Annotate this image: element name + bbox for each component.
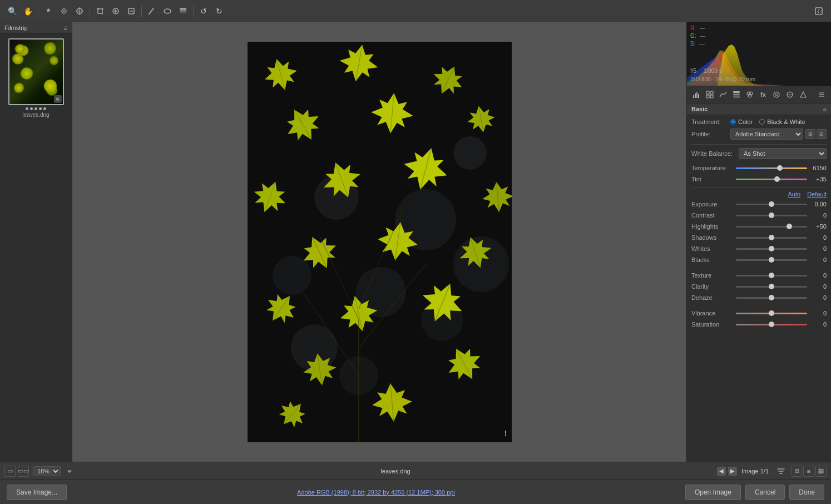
vibrance-thumb[interactable] <box>769 310 774 316</box>
next-image-button[interactable]: ▶ <box>728 467 737 476</box>
dehaze-value[interactable]: 0 <box>807 294 827 301</box>
remove-tool[interactable] <box>123 3 139 19</box>
targeted-tool[interactable] <box>72 3 87 19</box>
highlights-value[interactable]: +50 <box>807 223 827 230</box>
profile-expand-icon[interactable]: ⊟ <box>817 129 827 139</box>
panel-icon-detail[interactable] <box>770 88 783 101</box>
profile-select[interactable]: Adobe Standard <box>730 129 803 140</box>
film-thumbnail[interactable]: ⊕ <box>8 38 64 105</box>
radial-tool[interactable] <box>160 3 175 19</box>
clarity-thumb[interactable] <box>769 284 774 289</box>
image-area: ! <box>72 22 686 462</box>
exposure-track[interactable] <box>736 204 807 205</box>
brush-tool[interactable] <box>144 3 160 19</box>
tint-value[interactable]: +35 <box>807 176 827 182</box>
bw-radio[interactable] <box>759 119 765 125</box>
default-button[interactable]: Default <box>807 191 827 197</box>
main-image[interactable]: ! <box>248 42 512 442</box>
blacks-track[interactable] <box>736 259 807 261</box>
white-balance-tool[interactable] <box>41 3 56 19</box>
panel-icon-grid[interactable] <box>704 88 716 101</box>
cancel-button[interactable]: Cancel <box>745 485 785 500</box>
done-button[interactable]: Done <box>789 485 824 500</box>
prev-image-button[interactable]: ◀ <box>717 467 726 476</box>
zoom-dropdown-icon[interactable] <box>65 467 74 476</box>
saturation-value[interactable]: 0 <box>807 321 827 328</box>
tint-track[interactable] <box>736 179 807 180</box>
blacks-thumb[interactable] <box>769 257 774 263</box>
temperature-value[interactable]: 6150 <box>807 165 827 171</box>
exposure-value[interactable]: 0.00 <box>807 201 827 207</box>
vibrance-value[interactable]: 0 <box>807 310 827 317</box>
color-sample-tool[interactable] <box>56 3 72 19</box>
texture-thumb[interactable] <box>769 273 774 278</box>
exposure-thumb[interactable] <box>769 201 774 207</box>
color-radio[interactable] <box>730 119 736 125</box>
panel-icon-histogram[interactable] <box>690 88 703 101</box>
texture-value[interactable]: 0 <box>807 272 827 279</box>
svg-point-13 <box>164 9 171 13</box>
sliders-icon[interactable] <box>815 466 827 477</box>
clarity-value[interactable]: 0 <box>807 283 827 290</box>
whites-value[interactable]: 0 <box>807 245 827 252</box>
whites-track[interactable] <box>736 248 807 250</box>
open-image-button[interactable]: Open Image <box>685 485 741 500</box>
panel-icon-color[interactable] <box>744 88 756 101</box>
whites-slider-container <box>736 244 807 253</box>
view-compare-icon[interactable]: ▭▭ <box>18 466 29 477</box>
panel-icon-settings[interactable] <box>815 88 828 101</box>
panel-icon-tone[interactable] <box>717 88 729 101</box>
panel-icon-lens[interactable] <box>784 88 796 101</box>
hand-tool[interactable]: ✋ <box>20 3 36 19</box>
gradient-tool[interactable] <box>175 3 191 19</box>
bw-option[interactable]: Black & White <box>759 118 805 125</box>
vibrance-track[interactable] <box>736 313 807 314</box>
basic-section-title: Basic <box>691 106 708 112</box>
shadows-track[interactable] <box>736 237 807 239</box>
settings-icon[interactable]: ≡ <box>803 466 814 477</box>
tint-slider-container <box>736 175 807 184</box>
contrast-thumb[interactable] <box>769 213 774 218</box>
zoom-tool[interactable]: 🔍 <box>4 3 20 19</box>
image-info-link[interactable]: Adobe RGB (1998); 8 bit; 2832 by 4256 (1… <box>297 489 455 496</box>
redo-tool[interactable]: ↻ <box>211 3 227 19</box>
clarity-track[interactable] <box>736 286 807 288</box>
panel-icon-calibration[interactable] <box>797 88 809 101</box>
saturation-track[interactable] <box>736 324 807 325</box>
grid-view-icon[interactable]: ⊞ <box>791 466 802 477</box>
filter-icon[interactable] <box>775 466 787 477</box>
heal-tool[interactable] <box>108 3 123 19</box>
dehaze-track[interactable] <box>736 297 807 299</box>
svg-point-46 <box>774 92 779 97</box>
blacks-value[interactable]: 0 <box>807 256 827 263</box>
profile-grid-icon[interactable]: ⊞ <box>805 129 815 139</box>
panel-icon-hsl[interactable] <box>730 88 743 101</box>
texture-track[interactable] <box>736 275 807 276</box>
highlights-thumb[interactable] <box>787 224 792 229</box>
filmstrip-menu-icon[interactable]: ≡ <box>64 24 67 31</box>
shadows-thumb[interactable] <box>769 235 774 240</box>
basic-menu-icon[interactable]: ≡ <box>823 106 827 112</box>
texture-row: Texture 0 <box>691 271 827 280</box>
dehaze-thumb[interactable] <box>769 295 774 300</box>
panel-icon-fx[interactable]: fx <box>757 88 769 101</box>
export-tool[interactable] <box>811 3 827 19</box>
auto-button[interactable]: Auto <box>788 191 801 197</box>
undo-tool[interactable]: ↺ <box>196 3 211 19</box>
color-option[interactable]: Color <box>730 118 753 125</box>
saturation-thumb[interactable] <box>769 322 774 327</box>
thumb-badge-icon[interactable]: ⊕ <box>54 95 62 103</box>
zoom-select[interactable]: 18% <box>33 466 61 476</box>
tint-thumb[interactable] <box>774 176 780 182</box>
temperature-thumb[interactable] <box>777 165 783 171</box>
temperature-track[interactable] <box>736 167 807 169</box>
shadows-value[interactable]: 0 <box>807 234 827 241</box>
whites-thumb[interactable] <box>769 246 774 251</box>
wb-select[interactable]: As Shot <box>739 148 827 159</box>
contrast-value[interactable]: 0 <box>807 212 827 219</box>
crop-tool[interactable] <box>92 3 108 19</box>
contrast-track[interactable] <box>736 215 807 216</box>
view-single-icon[interactable]: ▭ <box>4 466 16 477</box>
save-image-button[interactable]: Save Image... <box>7 485 67 500</box>
highlights-track[interactable] <box>736 226 807 228</box>
